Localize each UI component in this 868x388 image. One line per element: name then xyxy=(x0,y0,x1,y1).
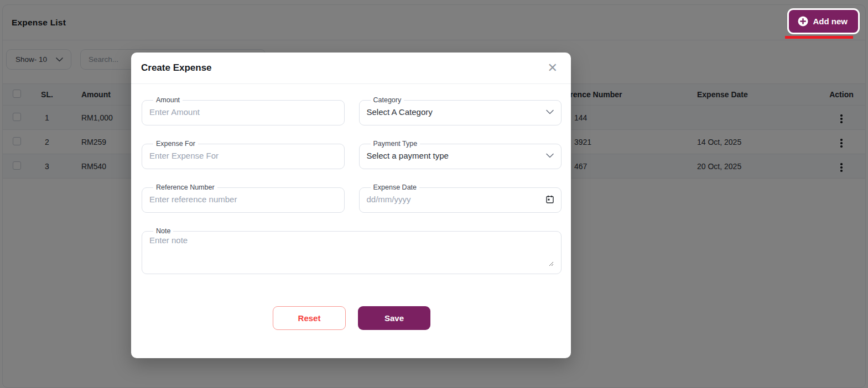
expense-date-field-group: Expense Date dd/mm/yyyy xyxy=(359,183,562,213)
expense-date-placeholder: dd/mm/yyyy xyxy=(367,195,411,204)
expense-for-input[interactable] xyxy=(149,148,337,162)
add-new-button[interactable]: Add new xyxy=(789,10,859,33)
expense-date-label: Expense Date xyxy=(371,183,420,191)
close-icon[interactable]: ✕ xyxy=(543,60,562,76)
save-button[interactable]: Save xyxy=(358,306,430,330)
calendar-icon xyxy=(546,195,554,203)
expense-for-label: Expense For xyxy=(153,140,198,148)
amount-input[interactable] xyxy=(149,104,337,119)
plus-circle-icon xyxy=(798,16,808,27)
create-expense-modal: Create Expense ✕ Amount Category Select … xyxy=(131,53,571,358)
add-new-highlight: Add new xyxy=(785,10,858,39)
reference-number-input[interactable] xyxy=(149,192,337,206)
reference-number-label: Reference Number xyxy=(153,183,217,191)
amount-field-group: Amount xyxy=(142,96,345,125)
add-new-label: Add new xyxy=(813,17,848,26)
reset-button[interactable]: Reset xyxy=(273,306,346,330)
category-selected-value: Select A Category xyxy=(367,107,433,117)
note-field-group: Note xyxy=(142,227,562,274)
payment-type-selected-value: Select a payment type xyxy=(367,151,449,160)
category-field-group: Category Select A Category xyxy=(359,96,562,125)
modal-header: Create Expense ✕ xyxy=(131,53,571,84)
note-textarea[interactable] xyxy=(149,235,554,266)
modal-title: Create Expense xyxy=(141,62,212,74)
payment-type-field-group: Payment Type Select a payment type xyxy=(359,140,562,169)
expense-for-field-group: Expense For xyxy=(142,140,345,169)
category-select[interactable]: Select A Category xyxy=(367,104,554,119)
modal-actions: Reset Save xyxy=(142,306,562,330)
highlight-underline xyxy=(785,36,853,39)
payment-type-label: Payment Type xyxy=(371,140,420,148)
modal-body: Amount Category Select A Category Expens… xyxy=(131,84,571,330)
category-label: Category xyxy=(371,96,404,104)
chevron-down-icon xyxy=(546,109,554,114)
amount-label: Amount xyxy=(153,96,183,104)
note-label: Note xyxy=(153,227,173,235)
expense-date-input[interactable]: dd/mm/yyyy xyxy=(367,192,554,206)
reference-number-field-group: Reference Number xyxy=(142,183,345,213)
chevron-down-icon xyxy=(546,153,554,158)
payment-type-select[interactable]: Select a payment type xyxy=(367,148,554,162)
